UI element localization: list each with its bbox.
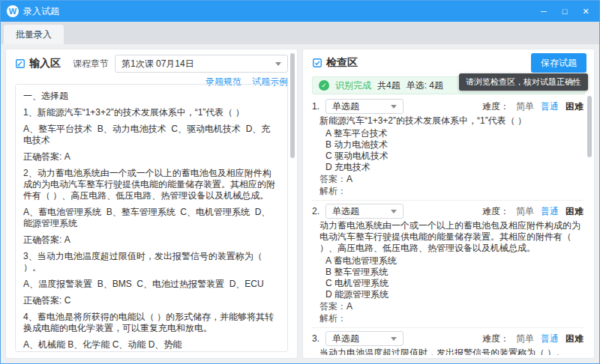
question-option: B 整车管理系统 bbox=[326, 267, 584, 278]
difficulty-group: 难度： 简单 普通 困难 bbox=[482, 333, 584, 345]
success-check-icon bbox=[319, 80, 329, 91]
app-window: W 录入试题 ─ □ ✕ 批量录入 输入区 bbox=[0, 0, 600, 364]
question-option: D 充电技术 bbox=[326, 162, 584, 173]
input-panel-title: 输入区 bbox=[15, 57, 61, 70]
question-type-select[interactable]: 单选题 bbox=[326, 99, 404, 114]
chevron-down-icon bbox=[391, 105, 397, 109]
edit-icon bbox=[15, 58, 26, 69]
difficulty-option-hard[interactable]: 困难 bbox=[566, 205, 584, 218]
difficulty-option-easy[interactable]: 简单 bbox=[516, 205, 534, 218]
question-item: 3. 单选题 难度： 简单 普通 困难 当动力电池温度超过限值时，发出报警信号的… bbox=[312, 328, 584, 355]
chevron-down-icon bbox=[391, 210, 397, 213]
save-question-button[interactable]: 保存试题 bbox=[531, 53, 586, 73]
main-content: 输入区 课程章节 第1次课 07月14日 录题规范 试题示例 一、选择题1、新能… bbox=[1, 44, 599, 363]
question-text: 当动力电池温度超过限值时，发出报警信号的装置称为（ ）。 bbox=[320, 348, 584, 355]
input-panel-title-text: 输入区 bbox=[29, 57, 61, 70]
titlebar: W 录入试题 ─ □ ✕ bbox=[1, 1, 599, 22]
difficulty-option-hard[interactable]: 困难 bbox=[566, 100, 584, 113]
question-type-value: 单选题 bbox=[332, 205, 359, 218]
difficulty-group: 难度： 简单 普通 困难 bbox=[482, 205, 584, 218]
status-done-text: 识别完成 bbox=[335, 79, 371, 92]
question-text: 动力蓄电池系统由一个或一个以上的蓄电池包及相应附件构成的为电动汽车整车行驶提供电… bbox=[320, 220, 584, 254]
check-panel-scrollbar-thumb[interactable] bbox=[587, 96, 592, 157]
check-list-icon bbox=[312, 58, 322, 68]
check-panel: 检查区 保存试题 识别完成 共4题 单选: 4题 请浏览检查区，核对试题正确性 … bbox=[302, 49, 595, 359]
question-item: 2. 单选题 难度： 简单 普通 困难 动力蓄电池系统由一个或一个以上的蓄电池包… bbox=[312, 201, 584, 328]
question-answer-row: 答案：A bbox=[320, 174, 584, 185]
difficulty-label: 难度： bbox=[482, 100, 509, 113]
check-panel-header: 检查区 保存试题 bbox=[303, 49, 594, 73]
question-option: A 整车平台技术 bbox=[326, 128, 584, 139]
question-list: 1. 单选题 难度： 简单 普通 困难 新能源汽车“1+3+2”的技术发展体系中… bbox=[312, 96, 584, 355]
analysis-label: 解析： bbox=[320, 186, 346, 196]
tab-batch-entry[interactable]: 批量录入 bbox=[4, 25, 64, 44]
question-answer-row: 答案：A bbox=[320, 301, 584, 312]
answer-label: 答案： bbox=[320, 174, 346, 184]
answer-value: A bbox=[346, 301, 352, 312]
difficulty-option-easy[interactable]: 简单 bbox=[516, 333, 534, 345]
check-panel-title-text: 检查区 bbox=[326, 56, 358, 70]
difficulty-label: 难度： bbox=[482, 205, 509, 218]
question-input-textarea[interactable]: 一、选择题1、新能源汽车“1+3+2”的技术发展体系中，“1”代表（ ）A、整车… bbox=[15, 84, 288, 352]
question-text: 新能源汽车“1+3+2”的技术发展体系中，“1”代表（ ） bbox=[320, 115, 584, 127]
answer-value: A bbox=[346, 174, 352, 184]
window-title: 录入试题 bbox=[23, 5, 59, 18]
question-option: C 电机管理系统 bbox=[326, 278, 584, 289]
difficulty-group: 难度： 简单 普通 困难 bbox=[482, 100, 584, 113]
course-select-value: 第1次课 07月14日 bbox=[122, 58, 194, 70]
input-panel: 输入区 课程章节 第1次课 07月14日 录题规范 试题示例 一、选择题1、新能… bbox=[5, 49, 298, 359]
check-panel-title: 检查区 bbox=[312, 56, 358, 70]
maximize-button[interactable]: □ bbox=[554, 3, 575, 19]
chevron-down-icon bbox=[275, 62, 281, 66]
course-chapter-label: 课程章节 bbox=[73, 58, 109, 70]
textarea-scrollbar-thumb[interactable] bbox=[290, 53, 295, 158]
app-logo-icon: W bbox=[7, 5, 19, 17]
difficulty-option-hard[interactable]: 困难 bbox=[566, 333, 584, 345]
question-number: 2. bbox=[312, 206, 326, 216]
question-option: D 能源管理系统 bbox=[326, 289, 584, 300]
difficulty-option-normal[interactable]: 普通 bbox=[541, 205, 559, 218]
difficulty-option-easy[interactable]: 简单 bbox=[516, 100, 534, 113]
difficulty-option-normal[interactable]: 普通 bbox=[541, 333, 559, 345]
close-button[interactable]: ✕ bbox=[575, 3, 596, 19]
question-type-value: 单选题 bbox=[332, 333, 359, 345]
check-hint-tooltip: 请浏览检查区，核对试题正确性 bbox=[459, 73, 588, 91]
difficulty-option-normal[interactable]: 普通 bbox=[541, 100, 559, 113]
question-item: 1. 单选题 难度： 简单 普通 困难 新能源汽车“1+3+2”的技术发展体系中… bbox=[312, 96, 584, 201]
textarea-scrollbar[interactable] bbox=[290, 52, 295, 356]
status-total-count: 共4题 bbox=[377, 79, 400, 92]
tab-bar: 批量录入 bbox=[1, 22, 599, 44]
question-number: 1. bbox=[312, 101, 326, 112]
question-type-select[interactable]: 单选题 bbox=[326, 204, 404, 219]
answer-label: 答案： bbox=[320, 301, 346, 312]
status-single-count: 单选: 4题 bbox=[406, 79, 443, 92]
analysis-label: 解析： bbox=[320, 313, 346, 324]
question-analysis-row: 解析： bbox=[320, 313, 584, 324]
course-select[interactable]: 第1次课 07月14日 bbox=[115, 55, 288, 73]
minimize-button[interactable]: ─ bbox=[533, 3, 554, 19]
question-type-value: 单选题 bbox=[332, 100, 359, 113]
input-panel-header: 输入区 课程章节 第1次课 07月14日 bbox=[6, 49, 297, 73]
question-option: A 蓄电池管理系统 bbox=[326, 255, 584, 267]
question-option: B 动力电池技术 bbox=[326, 139, 584, 151]
check-panel-scrollbar[interactable] bbox=[587, 96, 592, 355]
question-option: C 驱动电机技术 bbox=[326, 151, 584, 162]
question-analysis-row: 解析： bbox=[320, 186, 584, 197]
chevron-down-icon bbox=[391, 337, 397, 341]
difficulty-label: 难度： bbox=[482, 333, 509, 345]
question-type-select[interactable]: 单选题 bbox=[326, 331, 404, 346]
question-number: 3. bbox=[312, 333, 326, 344]
